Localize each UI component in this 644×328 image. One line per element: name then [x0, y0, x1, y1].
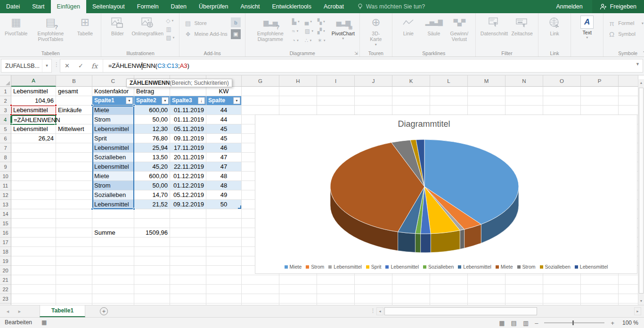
combo-chart-button[interactable]: ▞▼: [318, 26, 330, 36]
cell-C7[interactable]: Lebensmittel: [92, 143, 134, 153]
zoom-slider-thumb[interactable]: [572, 320, 574, 325]
waterfall-chart-button[interactable]: ▚▼: [318, 17, 330, 26]
cell-E4[interactable]: 01.11.2019: [170, 115, 206, 124]
cell-F13[interactable]: 50: [206, 200, 242, 209]
cell-B3[interactable]: Einkäufe: [56, 106, 92, 115]
cell-E9[interactable]: 22.11.2019: [170, 162, 206, 172]
row-header-8[interactable]: 8: [0, 153, 11, 162]
pivottable-button[interactable]: ▦ PivotTable: [3, 15, 29, 37]
cell-O21[interactable]: [543, 275, 581, 285]
horizontal-scrollbar-thumb[interactable]: [384, 307, 537, 315]
cell-D14[interactable]: [134, 209, 170, 219]
cell-M22[interactable]: [468, 285, 505, 294]
cell-O2[interactable]: [543, 96, 581, 106]
cell-C17[interactable]: [92, 238, 134, 247]
cell-H2[interactable]: [279, 96, 317, 106]
cell-F12[interactable]: 49: [206, 190, 242, 200]
cell-D2[interactable]: Spalte2▼: [134, 96, 170, 106]
slicer-button[interactable]: Datenschnitt: [479, 15, 509, 37]
cell-G2[interactable]: [242, 96, 279, 106]
row-header-14[interactable]: 14: [0, 209, 11, 219]
ribbon-tab-entwicklertools[interactable]: Entwicklertools: [266, 0, 318, 13]
cell-C12[interactable]: Sozialleben: [92, 190, 134, 200]
scroll-down-icon[interactable]: ▼: [638, 297, 644, 305]
cell-D20[interactable]: [134, 266, 170, 275]
cell-A2[interactable]: 104,96: [11, 96, 56, 106]
legend-item-strom-8[interactable]: Strom: [517, 264, 536, 270]
cell-B17[interactable]: [56, 238, 92, 247]
cell-G22[interactable]: [242, 285, 279, 294]
cell-M21[interactable]: [468, 275, 505, 285]
chart-legend[interactable]: MieteStromLebensmittelSpritLebensmittelS…: [255, 264, 637, 270]
cell-E14[interactable]: [170, 209, 206, 219]
vertical-scrollbar[interactable]: ▲ ▼: [638, 79, 644, 305]
cell-M23[interactable]: [468, 294, 505, 303]
cancel-entry-icon[interactable]: ✕: [60, 62, 74, 69]
cell-D18[interactable]: [134, 247, 170, 256]
tell-me-search[interactable]: Was möchten Sie tun?: [358, 3, 425, 10]
cell-D11[interactable]: 50,00: [134, 181, 170, 190]
cell-A6[interactable]: 26,24: [11, 134, 56, 143]
cell-L2[interactable]: [430, 96, 468, 106]
cell-H22[interactable]: [279, 285, 317, 294]
cell-K23[interactable]: [392, 294, 430, 303]
cell-C21[interactable]: [92, 275, 134, 285]
legend-item-sozialleben-5[interactable]: Sozialleben: [423, 264, 454, 270]
cell-F9[interactable]: 47: [206, 162, 242, 172]
cell-K1[interactable]: [392, 87, 430, 96]
radar-chart-button[interactable]: ✶▼: [318, 36, 330, 45]
cell-B21[interactable]: [56, 275, 92, 285]
cell-B13[interactable]: [56, 200, 92, 209]
cell-E22[interactable]: [170, 285, 206, 294]
cell-A23[interactable]: [11, 294, 56, 303]
cell-B23[interactable]: [56, 294, 92, 303]
cell-C14[interactable]: [92, 209, 134, 219]
col-header-A[interactable]: A: [11, 75, 56, 87]
cell-B12[interactable]: [56, 190, 92, 200]
normal-view-icon[interactable]: ▦: [499, 320, 505, 327]
share-button[interactable]: Freigeben: [592, 0, 644, 13]
cell-E6[interactable]: 09.11.2019: [170, 134, 206, 143]
cell-D1[interactable]: Betrag: [134, 87, 170, 96]
cell-J21[interactable]: [355, 275, 392, 285]
cell-B15[interactable]: [56, 219, 92, 228]
cell-D12[interactable]: 14,70: [134, 190, 170, 200]
row-header-15[interactable]: 15: [0, 219, 11, 228]
cell-O3[interactable]: [543, 106, 581, 115]
cell-D5[interactable]: 12,30: [134, 124, 170, 134]
filter-dropdown-icon[interactable]: ▼: [233, 97, 240, 104]
page-layout-view-icon[interactable]: ▤: [511, 320, 517, 327]
cell-H23[interactable]: [279, 294, 317, 303]
symbol-button[interactable]: Ω Symbol: [607, 29, 644, 39]
table-resize-handle[interactable]: [238, 205, 241, 209]
cell-D23[interactable]: [134, 294, 170, 303]
cell-J3[interactable]: [355, 106, 392, 115]
cell-B4[interactable]: [56, 115, 92, 124]
cell-partial-3[interactable]: [619, 106, 638, 115]
cell-B10[interactable]: [56, 172, 92, 181]
worksheet-grid[interactable]: ABCDEFGHIJKLMNOP1LebensmittelgesamtKoste…: [0, 75, 644, 305]
cell-I22[interactable]: [317, 285, 355, 294]
cell-J2[interactable]: [355, 96, 392, 106]
cell-F18[interactable]: [206, 247, 242, 256]
cell-B20[interactable]: [56, 266, 92, 275]
row-header-7[interactable]: 7: [0, 143, 11, 153]
cell-F3[interactable]: 44: [206, 106, 242, 115]
cell-P23[interactable]: [581, 294, 619, 303]
cell-K21[interactable]: [392, 275, 430, 285]
cell-N22[interactable]: [505, 285, 543, 294]
scroll-left-icon[interactable]: ◄: [376, 307, 383, 315]
cell-A22[interactable]: [11, 285, 56, 294]
cell-D19[interactable]: [134, 256, 170, 266]
cell-J1[interactable]: [355, 87, 392, 96]
legend-item-lebensmittel-2[interactable]: Lebensmittel: [328, 264, 362, 270]
cell-C6[interactable]: Sprit: [92, 134, 134, 143]
cell-A20[interactable]: [11, 266, 56, 275]
cell-E20[interactable]: [170, 266, 206, 275]
row-header-21[interactable]: 21: [0, 275, 11, 285]
cell-partial-23[interactable]: [619, 294, 638, 303]
cell-F19[interactable]: [206, 256, 242, 266]
cell-I1[interactable]: [317, 87, 355, 96]
ribbon-tab-überprüfen[interactable]: Überprüfen: [193, 0, 235, 13]
cell-N3[interactable]: [505, 106, 543, 115]
